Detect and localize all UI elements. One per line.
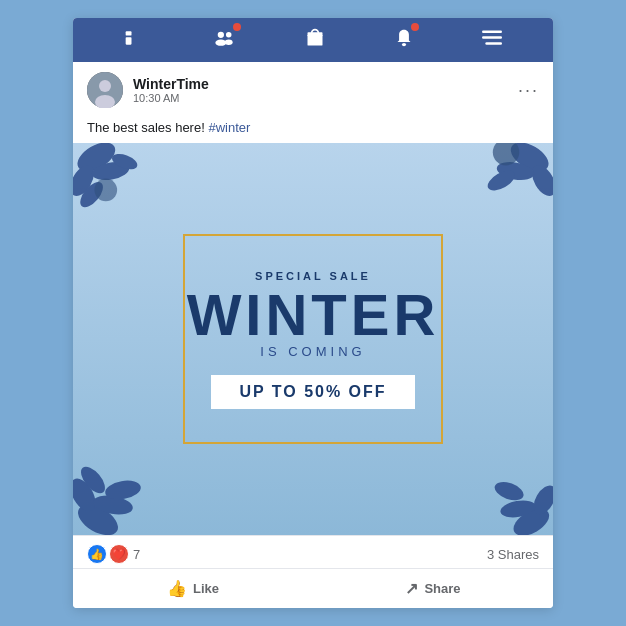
home-icon[interactable] bbox=[124, 28, 144, 53]
hashtag[interactable]: #winter bbox=[208, 120, 250, 135]
share-icon: ↗ bbox=[405, 579, 418, 598]
notifications-icon[interactable] bbox=[395, 28, 413, 53]
like-reaction: 👍 bbox=[87, 544, 107, 564]
winter-text: WINTER bbox=[187, 286, 440, 344]
post-info: WinterTime 10:30 AM bbox=[133, 76, 518, 104]
svg-point-13 bbox=[99, 80, 111, 92]
reactions-count: 7 bbox=[133, 547, 140, 562]
svg-point-5 bbox=[225, 39, 233, 45]
post-image: SPECIAL SALE WINTER IS COMING UP TO 50% … bbox=[73, 143, 553, 535]
reaction-icons: 👍 ❤️ bbox=[87, 544, 129, 564]
svg-rect-0 bbox=[125, 31, 131, 35]
phone-frame: WinterTime 10:30 AM ··· The best sales h… bbox=[73, 18, 553, 608]
friends-badge bbox=[233, 23, 241, 31]
marketplace-icon[interactable] bbox=[305, 28, 325, 53]
love-reaction: ❤️ bbox=[109, 544, 129, 564]
post-caption: The best sales here! #winter bbox=[73, 118, 553, 143]
action-row: 👍 Like ↗ Share bbox=[73, 568, 553, 608]
svg-point-19 bbox=[94, 179, 117, 202]
post-footer: 👍 ❤️ 7 3 Shares 👍 Like ↗ Share bbox=[73, 535, 553, 608]
ad-content: SPECIAL SALE WINTER IS COMING UP TO 50% … bbox=[187, 270, 440, 409]
svg-rect-7 bbox=[307, 32, 322, 36]
more-options-icon[interactable]: ··· bbox=[518, 80, 539, 101]
menu-icon[interactable] bbox=[482, 30, 502, 51]
like-button[interactable]: 👍 Like bbox=[73, 573, 313, 604]
svg-rect-1 bbox=[125, 37, 131, 44]
avatar[interactable] bbox=[87, 72, 123, 108]
post-author[interactable]: WinterTime bbox=[133, 76, 518, 92]
discount-box: UP TO 50% OFF bbox=[211, 375, 414, 409]
share-label: Share bbox=[424, 581, 460, 596]
svg-point-34 bbox=[492, 478, 526, 503]
leaf-bottom-right bbox=[478, 460, 553, 535]
leaf-top-left bbox=[73, 143, 153, 223]
share-button[interactable]: ↗ Share bbox=[313, 573, 553, 604]
like-icon: 👍 bbox=[167, 579, 187, 598]
like-label: Like bbox=[193, 581, 219, 596]
svg-point-3 bbox=[216, 39, 227, 45]
leaf-top-right bbox=[473, 143, 553, 223]
reactions-left: 👍 ❤️ 7 bbox=[87, 544, 140, 564]
special-sale-text: SPECIAL SALE bbox=[187, 270, 440, 282]
nav-bar bbox=[73, 18, 553, 62]
friends-icon[interactable] bbox=[213, 28, 235, 53]
notifications-badge bbox=[411, 23, 419, 31]
svg-point-4 bbox=[226, 32, 232, 38]
svg-rect-11 bbox=[486, 42, 503, 45]
svg-point-8 bbox=[402, 42, 406, 45]
svg-rect-10 bbox=[482, 36, 502, 39]
post-header: WinterTime 10:30 AM ··· bbox=[73, 62, 553, 118]
discount-text: UP TO 50% OFF bbox=[239, 383, 386, 400]
reactions-row: 👍 ❤️ 7 3 Shares bbox=[73, 536, 553, 568]
svg-point-2 bbox=[218, 31, 224, 37]
svg-rect-9 bbox=[482, 30, 502, 33]
shares-count: 3 Shares bbox=[487, 547, 539, 562]
post-time: 10:30 AM bbox=[133, 92, 518, 104]
leaf-bottom-left bbox=[73, 450, 158, 535]
winter-ad: SPECIAL SALE WINTER IS COMING UP TO 50% … bbox=[73, 143, 553, 535]
svg-point-24 bbox=[493, 143, 519, 165]
